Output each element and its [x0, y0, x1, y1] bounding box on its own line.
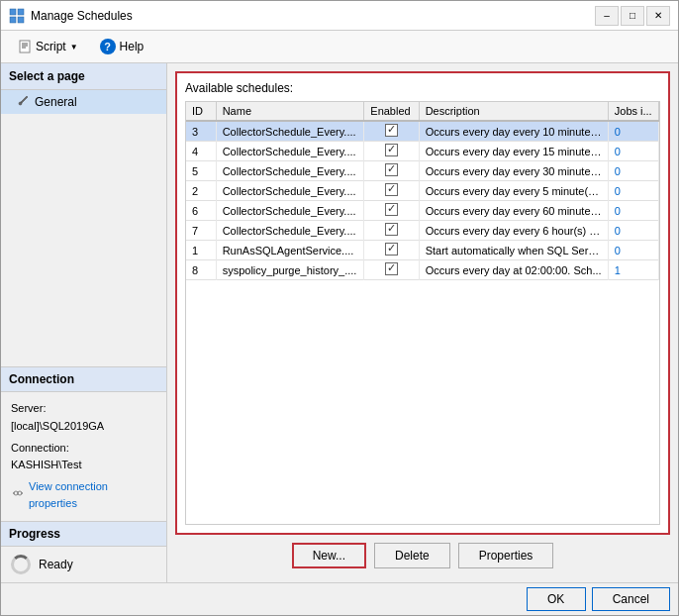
- cell-id: 4: [186, 142, 216, 161]
- title-bar-left: Manage Schedules: [9, 8, 133, 24]
- cell-jobs[interactable]: 0: [608, 181, 658, 201]
- cell-enabled: [364, 161, 419, 181]
- script-icon: [18, 40, 32, 53]
- enabled-checkbox[interactable]: [385, 124, 398, 137]
- cell-id: 5: [186, 161, 216, 181]
- table-row[interactable]: 2CollectorSchedule_Every....Occurs every…: [186, 181, 659, 201]
- progress-section: Progress Ready: [1, 521, 166, 582]
- jobs-link[interactable]: 0: [615, 165, 621, 177]
- col-description: Description: [419, 102, 608, 121]
- col-enabled: Enabled: [364, 102, 419, 121]
- cell-description: Occurs every day every 30 minute(...: [419, 161, 608, 181]
- cell-name: syspolicy_purge_history_....: [216, 260, 364, 280]
- col-name: Name: [216, 102, 364, 121]
- table-row[interactable]: 1RunAsSQLAgentService....Start automatic…: [186, 241, 659, 260]
- table-header-row: ID Name Enabled Description Jobs i...: [186, 102, 659, 121]
- connection-section: Connection Server: [local]\SQL2019GA Con…: [1, 366, 166, 521]
- enabled-checkbox[interactable]: [385, 183, 398, 196]
- cell-jobs[interactable]: 0: [608, 221, 658, 241]
- jobs-link[interactable]: 0: [615, 126, 621, 138]
- cell-jobs[interactable]: 0: [608, 161, 658, 181]
- cell-id: 3: [186, 121, 216, 142]
- cell-description: Occurs every day every 5 minute(s)...: [419, 181, 608, 201]
- title-bar: Manage Schedules – □ ✕: [1, 1, 678, 31]
- script-button[interactable]: Script ▼: [9, 36, 87, 57]
- connection-link-icon: [11, 486, 25, 506]
- script-dropdown-arrow: ▼: [70, 43, 78, 51]
- close-button[interactable]: ✕: [646, 6, 670, 26]
- connection-content: Server: [local]\SQL2019GA Connection: KA…: [1, 392, 166, 521]
- view-connection-link[interactable]: View connection properties: [29, 478, 156, 513]
- jobs-link[interactable]: 0: [615, 245, 621, 257]
- cell-jobs[interactable]: 0: [608, 142, 658, 161]
- table-row[interactable]: 3CollectorSchedule_Every....Occurs every…: [186, 121, 659, 142]
- minimize-button[interactable]: –: [595, 6, 619, 26]
- server-value: [local]\SQL2019GA: [11, 420, 104, 432]
- wrench-icon: [17, 94, 31, 108]
- jobs-link[interactable]: 1: [615, 264, 621, 276]
- col-id: ID: [186, 102, 216, 121]
- svg-rect-2: [10, 17, 16, 23]
- enabled-checkbox[interactable]: [385, 144, 398, 156]
- cell-description: Occurs every day every 6 hour(s) b...: [419, 221, 608, 241]
- main-panel: Available schedules: ID Name Enabled Des…: [167, 63, 678, 582]
- svg-point-8: [19, 102, 22, 105]
- properties-button[interactable]: Properties: [458, 543, 554, 568]
- connection-label-row: Connection: KASHISH\Test: [11, 440, 156, 474]
- table-row[interactable]: 8syspolicy_purge_history_....Occurs ever…: [186, 260, 659, 280]
- maximize-button[interactable]: □: [621, 6, 644, 26]
- cell-enabled: [364, 121, 419, 142]
- schedules-box: Available schedules: ID Name Enabled Des…: [175, 71, 670, 535]
- jobs-link[interactable]: 0: [615, 225, 621, 237]
- cell-jobs[interactable]: 0: [608, 201, 658, 221]
- view-connection-row: View connection properties: [11, 478, 156, 513]
- table-row[interactable]: 4CollectorSchedule_Every....Occurs every…: [186, 142, 659, 161]
- ok-button[interactable]: OK: [527, 587, 586, 611]
- cell-description: Occurs every day every 10 minute(...: [419, 121, 608, 142]
- schedules-table-container[interactable]: ID Name Enabled Description Jobs i... 3C…: [185, 101, 660, 525]
- jobs-link[interactable]: 0: [615, 185, 621, 197]
- svg-rect-3: [18, 17, 24, 23]
- help-icon: ?: [100, 39, 116, 54]
- cell-enabled: [364, 142, 419, 161]
- bottom-buttons: New... Delete Properties: [175, 543, 670, 568]
- new-button[interactable]: New...: [292, 543, 366, 568]
- table-row[interactable]: 7CollectorSchedule_Every....Occurs every…: [186, 221, 659, 241]
- cell-enabled: [364, 181, 419, 201]
- cell-description: Start automatically when SQL Serv...: [419, 241, 608, 260]
- help-button[interactable]: ? Help: [91, 35, 153, 58]
- window-icon: [9, 8, 25, 24]
- sidebar: Select a page General Connection Server:: [1, 63, 167, 582]
- cell-id: 6: [186, 201, 216, 221]
- plugin-icon: [11, 486, 25, 500]
- cell-enabled: [364, 241, 419, 260]
- server-label: Server: [local]\SQL2019GA: [11, 400, 156, 435]
- cell-id: 2: [186, 181, 216, 201]
- jobs-link[interactable]: 0: [615, 146, 621, 157]
- enabled-checkbox[interactable]: [385, 223, 398, 236]
- enabled-checkbox[interactable]: [385, 243, 398, 256]
- enabled-checkbox[interactable]: [385, 203, 398, 216]
- cell-enabled: [364, 260, 419, 280]
- sidebar-item-general[interactable]: General: [1, 90, 166, 114]
- enabled-checkbox[interactable]: [385, 163, 398, 176]
- general-label: General: [35, 95, 77, 109]
- schedules-table: ID Name Enabled Description Jobs i... 3C…: [186, 102, 659, 280]
- table-row[interactable]: 6CollectorSchedule_Every....Occurs every…: [186, 201, 659, 221]
- cell-name: RunAsSQLAgentService....: [216, 241, 364, 260]
- cell-name: CollectorSchedule_Every....: [216, 221, 364, 241]
- cell-jobs[interactable]: 0: [608, 121, 658, 142]
- content-area: Select a page General Connection Server:: [1, 63, 678, 582]
- select-page-header: Select a page: [1, 63, 166, 90]
- cell-jobs[interactable]: 0: [608, 241, 658, 260]
- title-buttons: – □ ✕: [595, 6, 670, 26]
- cell-description: Occurs every day at 02:00:00. Sch...: [419, 260, 608, 280]
- enabled-checkbox[interactable]: [385, 262, 398, 275]
- table-row[interactable]: 5CollectorSchedule_Every....Occurs every…: [186, 161, 659, 181]
- cell-jobs[interactable]: 1: [608, 260, 658, 280]
- cancel-button[interactable]: Cancel: [592, 587, 670, 611]
- general-icon: [17, 94, 31, 110]
- delete-button[interactable]: Delete: [374, 543, 450, 568]
- jobs-link[interactable]: 0: [615, 205, 621, 217]
- progress-status: Ready: [39, 558, 73, 571]
